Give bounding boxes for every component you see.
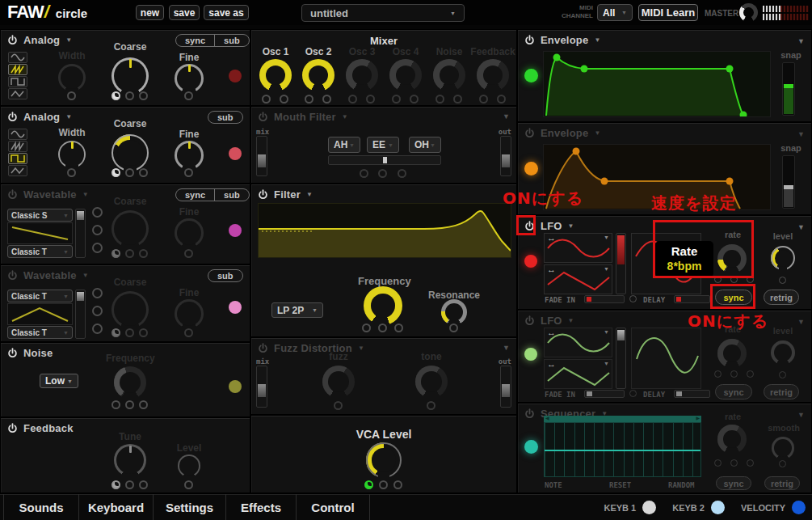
coarse-knob[interactable] bbox=[111, 134, 149, 171]
smooth-knob[interactable] bbox=[772, 437, 794, 459]
wavetable-display[interactable] bbox=[7, 222, 73, 244]
delay-slider[interactable] bbox=[674, 390, 710, 398]
velocity-indicator[interactable] bbox=[792, 501, 806, 514]
expand-chevron-icon[interactable]: ▼ bbox=[503, 344, 510, 352]
preset-select[interactable]: untitled ▼ bbox=[301, 4, 465, 22]
mod-slot[interactable] bbox=[629, 295, 637, 302]
noise-source-indicator[interactable] bbox=[229, 380, 242, 393]
wave-square-button[interactable] bbox=[8, 153, 27, 164]
new-button[interactable]: new bbox=[136, 5, 164, 20]
mod-slot[interactable] bbox=[779, 460, 786, 467]
mod-slot[interactable] bbox=[184, 480, 193, 489]
resonance-knob[interactable] bbox=[441, 299, 467, 325]
sync-button[interactable]: sync bbox=[716, 476, 751, 490]
chevron-down-icon[interactable]: ▼ bbox=[604, 266, 609, 272]
power-icon[interactable] bbox=[7, 189, 18, 200]
width-knob[interactable] bbox=[58, 141, 86, 168]
expand-chevron-icon[interactable]: ▼ bbox=[797, 411, 805, 419]
out-slider[interactable] bbox=[500, 366, 511, 408]
wavetable-a-select[interactable]: Classic S▼ bbox=[7, 209, 73, 222]
mod-slot[interactable] bbox=[334, 401, 343, 410]
mod-slot[interactable] bbox=[184, 91, 193, 100]
chevron-down-icon[interactable]: ▼ bbox=[604, 235, 609, 240]
wavetable-a-select[interactable]: Classic T▼ bbox=[7, 290, 73, 302]
chevron-down-icon[interactable]: ▼ bbox=[604, 361, 609, 366]
mod-slot[interactable] bbox=[139, 480, 148, 489]
fade-in-slider[interactable] bbox=[584, 295, 625, 303]
expand-chevron-icon[interactable]: ▼ bbox=[797, 223, 805, 231]
tab-effects[interactable]: Effects bbox=[226, 494, 297, 520]
lfo1-source-indicator[interactable] bbox=[524, 255, 537, 268]
mod-slot[interactable] bbox=[398, 169, 406, 178]
mixer-feedback-knob[interactable] bbox=[477, 59, 509, 91]
mix-slider[interactable] bbox=[256, 136, 267, 176]
mod-slot[interactable] bbox=[125, 168, 134, 177]
power-icon[interactable] bbox=[258, 189, 268, 200]
mod-slot[interactable] bbox=[67, 91, 76, 100]
coarse-knob[interactable] bbox=[111, 210, 149, 247]
lfo-wave-b-display[interactable]: ↔ ▼ bbox=[544, 359, 612, 389]
mod-slot[interactable] bbox=[125, 480, 134, 489]
mod-slot[interactable] bbox=[427, 401, 435, 410]
wave-triangle-button[interactable] bbox=[8, 165, 27, 176]
osc1-source-indicator[interactable] bbox=[229, 70, 242, 82]
sequencer-scrollbar[interactable]: ◀ ▶ bbox=[544, 416, 701, 422]
fine-knob[interactable] bbox=[175, 141, 204, 170]
mod-slot[interactable] bbox=[393, 480, 402, 489]
sync-sub-toggle[interactable]: sync sub bbox=[175, 188, 250, 201]
mod-slot[interactable] bbox=[360, 169, 368, 178]
sync-toggle[interactable]: sync bbox=[176, 189, 214, 201]
vca-level-knob[interactable] bbox=[366, 442, 402, 478]
mod-slot[interactable] bbox=[305, 95, 313, 104]
mod-slot-active[interactable] bbox=[111, 480, 120, 489]
wave-sine-button[interactable] bbox=[8, 52, 27, 63]
mod-slot[interactable] bbox=[280, 95, 288, 104]
wavetable-b-select[interactable]: Classic T▼ bbox=[7, 326, 73, 339]
mod-slot[interactable] bbox=[449, 323, 458, 332]
mod-slot[interactable] bbox=[392, 95, 401, 104]
wave-square-button[interactable] bbox=[8, 76, 27, 87]
sequencer-source-indicator[interactable] bbox=[524, 440, 538, 454]
mixer-osc4-knob[interactable] bbox=[389, 59, 422, 91]
coarse-knob[interactable] bbox=[111, 57, 149, 95]
tab-control[interactable]: Control bbox=[297, 494, 370, 520]
width-knob[interactable] bbox=[58, 64, 86, 91]
lfo-wave-a-display[interactable]: ↔ ▼ bbox=[544, 328, 612, 357]
mod-slot-active[interactable] bbox=[111, 249, 120, 258]
osc3-source-indicator[interactable] bbox=[229, 224, 242, 237]
lfo-morph-slider[interactable] bbox=[616, 233, 626, 294]
mod-slot[interactable] bbox=[378, 323, 387, 332]
frequency-knob[interactable] bbox=[364, 286, 402, 325]
mod-slot[interactable] bbox=[747, 370, 754, 378]
wavetable-b-select[interactable]: Classic T▼ bbox=[7, 245, 73, 258]
mod-slot[interactable] bbox=[378, 169, 387, 178]
sub-toggle[interactable]: sub bbox=[214, 189, 249, 201]
power-icon[interactable] bbox=[7, 270, 18, 281]
mod-slot-active[interactable] bbox=[111, 328, 120, 337]
mod-slot[interactable] bbox=[92, 288, 103, 298]
tab-sounds[interactable]: Sounds bbox=[3, 494, 79, 520]
mod-slot[interactable] bbox=[379, 480, 388, 489]
mod-slot[interactable] bbox=[67, 168, 76, 177]
mod-slot[interactable] bbox=[453, 95, 462, 104]
envelope-display[interactable] bbox=[543, 51, 771, 117]
mod-slot[interactable] bbox=[92, 323, 103, 334]
mixer-noise-knob[interactable] bbox=[433, 59, 465, 91]
mod-slot-active[interactable] bbox=[111, 168, 120, 177]
wave-saw-button[interactable] bbox=[8, 64, 27, 75]
lfo-wave-a-display[interactable]: ↔ ▼ bbox=[544, 233, 612, 263]
arrow-left-icon[interactable]: ◀ bbox=[545, 415, 549, 421]
mixer-osc2-knob[interactable] bbox=[302, 59, 334, 91]
noise-mode-select[interactable]: Low▼ bbox=[40, 374, 78, 388]
power-icon[interactable] bbox=[258, 343, 268, 353]
mod-slot[interactable] bbox=[410, 95, 419, 104]
mod-slot[interactable] bbox=[125, 91, 134, 100]
power-icon[interactable] bbox=[258, 112, 268, 122]
mod-slot[interactable] bbox=[479, 95, 488, 104]
expand-chevron-icon[interactable]: ▼ bbox=[797, 130, 805, 138]
fine-knob[interactable] bbox=[175, 299, 204, 328]
osc4-source-indicator[interactable] bbox=[229, 301, 242, 314]
save-button[interactable]: save bbox=[169, 5, 200, 20]
mod-slot[interactable] bbox=[779, 277, 786, 284]
lfo-wave-b-display[interactable]: ↔ ▼ bbox=[544, 264, 612, 294]
